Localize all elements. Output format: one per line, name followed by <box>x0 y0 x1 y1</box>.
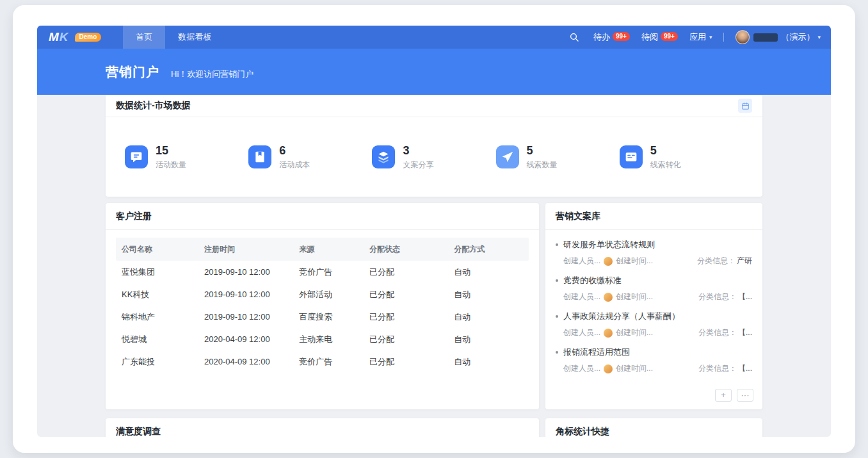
stat-text: 3 文案分享 <box>403 144 433 170</box>
cell-method: 自动 <box>448 266 529 278</box>
middle-row: 客户注册 公司名称 注册时间 来源 分配状态 分配方式 蓝悦集团 2019-09… <box>106 203 762 409</box>
copy-card-title: 营销文案库 <box>556 211 600 222</box>
stat-text: 6 活动成本 <box>279 144 310 170</box>
user-name-redacted <box>753 33 778 42</box>
todo-menu[interactable]: 待办 99+ <box>593 31 630 43</box>
stat-item-activity-count[interactable]: 15 活动数量 <box>125 144 248 170</box>
stat-label: 活动数量 <box>156 159 186 170</box>
app-window: M K Demo 首页 数据看板 待办 99+ 待阅 <box>37 26 831 437</box>
main-content: 数据统计-市场数据 15 活动数量 <box>37 95 831 437</box>
creator-avatar <box>604 364 613 373</box>
cell-method: 自动 <box>448 289 529 300</box>
toread-label: 待阅 <box>641 31 658 43</box>
chevron-down-icon: ▾ <box>817 34 821 40</box>
add-button[interactable]: + <box>715 389 732 402</box>
stat-label: 活动成本 <box>279 159 310 170</box>
stat-item-copy-share[interactable]: 3 文案分享 <box>372 144 495 170</box>
creator-label: 创建人员... <box>563 291 600 302</box>
cell-company: 广东能投 <box>116 356 198 368</box>
category-label: 分类信息： <box>698 328 737 337</box>
col-register-time: 注册时间 <box>198 244 293 255</box>
list-item[interactable]: 研发服务单状态流转规则 创建人员... 创建时间... 分类信息：产研 <box>556 239 752 266</box>
logo[interactable]: M K Demo <box>49 26 101 49</box>
logo-text-m: M <box>49 30 58 44</box>
create-time-label: 创建时间... <box>616 363 653 374</box>
category-value: 产研 <box>737 256 752 265</box>
stat-text: 15 活动数量 <box>156 144 186 170</box>
stat-item-lead-conversion[interactable]: 5 线索转化 <box>620 144 743 170</box>
more-button[interactable]: ··· <box>737 389 753 402</box>
list-item[interactable]: 党费的收缴标准 创建人员... 创建时间... 分类信息：【... <box>556 275 752 302</box>
page-title: 营销门户 <box>106 63 159 81</box>
bullet-dot-icon <box>556 243 558 246</box>
creator-label: 创建人员... <box>563 327 600 338</box>
copy-item-title: 研发服务单状态流转规则 <box>563 239 655 250</box>
cell-time: 2020-04-09 12:00 <box>198 357 293 366</box>
main-tabs: 首页 数据看板 <box>123 26 224 49</box>
table-row[interactable]: 悦碧城 2020-04-09 12:00 主动来电 已分配 自动 <box>116 328 529 350</box>
chevron-down-icon: ▾ <box>709 34 712 40</box>
cell-source: 竞价广告 <box>293 356 364 368</box>
stats-row: 15 活动数量 6 活动成本 <box>106 117 762 197</box>
stats-card-title: 数据统计-市场数据 <box>116 100 191 111</box>
customer-table: 公司名称 注册时间 来源 分配状态 分配方式 蓝悦集团 2019-09-10 1… <box>116 238 529 373</box>
stat-value: 6 <box>279 144 310 157</box>
tab-data-dashboard[interactable]: 数据看板 <box>165 26 224 49</box>
col-company: 公司名称 <box>116 244 198 255</box>
copy-item-title: 人事政策法规分享（人事薪酬） <box>563 311 680 322</box>
layers-icon <box>372 145 395 168</box>
divider <box>723 33 724 42</box>
tab-home[interactable]: 首页 <box>123 26 165 49</box>
create-time-label: 创建时间... <box>616 256 653 266</box>
app-frame: M K Demo 首页 数据看板 待办 99+ 待阅 <box>13 5 855 453</box>
cell-company: KK科技 <box>116 289 198 300</box>
top-navbar: M K Demo 首页 数据看板 待办 99+ 待阅 <box>37 26 831 49</box>
cell-source: 外部活动 <box>293 289 364 300</box>
stat-label: 线索数量 <box>527 159 558 170</box>
category-label: 分类信息： <box>698 292 737 301</box>
stat-label: 文案分享 <box>403 159 433 170</box>
create-time-label: 创建时间... <box>616 327 653 338</box>
calendar-icon[interactable] <box>738 99 752 113</box>
stat-item-activity-cost[interactable]: 6 活动成本 <box>248 144 372 170</box>
search-icon[interactable] <box>569 32 579 42</box>
col-source: 来源 <box>293 244 364 255</box>
stat-value: 15 <box>156 144 186 157</box>
table-row[interactable]: 锦科地产 2019-09-10 12:00 百度搜索 已分配 自动 <box>116 306 529 328</box>
customer-card-header: 客户注册 <box>106 203 539 230</box>
list-item[interactable]: 报销流程适用范围 创建人员... 创建时间... 分类信息：【... <box>556 347 752 374</box>
todo-badge: 99+ <box>613 32 630 41</box>
apps-menu[interactable]: 应用 ▾ <box>689 31 712 43</box>
cell-company: 蓝悦集团 <box>116 266 198 278</box>
avatar <box>735 30 750 44</box>
stat-value: 5 <box>527 144 558 157</box>
toread-menu[interactable]: 待阅 99+ <box>641 31 678 43</box>
stat-value: 3 <box>403 144 433 157</box>
category-label: 分类信息： <box>698 364 737 373</box>
message-icon <box>125 145 148 168</box>
customer-register-card: 客户注册 公司名称 注册时间 来源 分配状态 分配方式 蓝悦集团 2019-09… <box>106 203 539 409</box>
table-row[interactable]: KK科技 2019-09-10 12:00 外部活动 已分配 自动 <box>116 283 529 306</box>
cell-time: 2019-09-10 12:00 <box>198 267 293 277</box>
demo-badge: Demo <box>75 33 102 42</box>
copy-item-title: 报销流程适用范围 <box>563 347 630 358</box>
hero-subtitle: Hi！欢迎访问营销门户 <box>171 69 253 80</box>
user-menu[interactable]: （演示） ▾ <box>735 30 821 44</box>
cell-company: 锦科地产 <box>116 311 198 323</box>
toread-badge: 99+ <box>661 32 678 41</box>
cell-status: 已分配 <box>364 311 448 323</box>
navbar-right: 待办 99+ 待阅 99+ 应用 ▾ （演示） ▾ <box>569 26 821 49</box>
table-row[interactable]: 广东能投 2020-04-09 12:00 竞价广告 已分配 自动 <box>116 350 529 373</box>
stat-item-lead-count[interactable]: 5 线索数量 <box>496 144 620 170</box>
stat-text: 5 线索数量 <box>527 144 558 170</box>
cell-status: 已分配 <box>364 356 448 368</box>
table-row[interactable]: 蓝悦集团 2019-09-10 12:00 竞价广告 已分配 自动 <box>116 261 529 283</box>
cell-source: 百度搜索 <box>293 311 364 323</box>
cell-source: 竞价广告 <box>293 266 364 278</box>
copy-item-title: 党费的收缴标准 <box>563 275 622 286</box>
list-item[interactable]: 人事政策法规分享（人事薪酬） 创建人员... 创建时间... 分类信息：【... <box>556 311 752 338</box>
col-assign-method: 分配方式 <box>448 244 529 255</box>
satisfaction-survey-card: 满意度调查 <box>106 418 539 437</box>
cell-status: 已分配 <box>364 334 448 345</box>
stat-label: 线索转化 <box>650 159 681 170</box>
